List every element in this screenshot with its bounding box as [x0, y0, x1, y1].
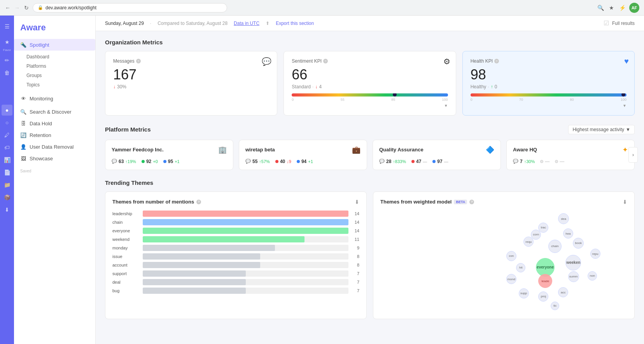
user-avatar-browser[interactable]: AF [629, 3, 639, 13]
rail-fav-icon[interactable]: ★ [2, 37, 12, 47]
bar-track [143, 245, 348, 251]
sentiment-chevron[interactable]: ▼ [444, 104, 448, 108]
sidebar-search-label: Search & Discover [30, 109, 72, 115]
rail-pen-icon[interactable]: 🖊 [2, 130, 12, 140]
bar-fill [143, 262, 260, 268]
bar-fill [143, 270, 246, 277]
sentiment-card-title: Sentiment KPI ? [292, 58, 448, 64]
sort-label: Highest message activity [572, 127, 624, 132]
bar-label: monday [112, 246, 140, 250]
refresh-button[interactable]: ↻ [23, 5, 30, 11]
bar-count: 7 [352, 288, 359, 293]
bar-count: 11 [352, 237, 359, 242]
bar-track [143, 228, 348, 234]
data-hold-icon: 🗄 [20, 120, 26, 126]
sentiment-settings-icon[interactable]: ⚙ [443, 57, 450, 66]
sentiment-card: Sentiment KPI ? ⚙ 66 Standard · ↓ 4 [284, 51, 456, 116]
sidebar-datahold-label: Data Hold [30, 121, 52, 126]
aware-hq-health-stat: — [555, 159, 564, 164]
bar-row-account: account 8 [112, 262, 359, 268]
sidebar-item-spotlight[interactable]: 🔦 Spotlight [14, 39, 95, 51]
export-button[interactable]: Export this section [276, 21, 314, 26]
health-chevron[interactable]: ▼ [623, 104, 626, 108]
bubble-hea: hea [563, 228, 573, 239]
main-content: Sunday, August 29 · Compared to Saturday… [96, 16, 644, 344]
platform-card-header-qa: Quality Assurance 🔷 [379, 146, 494, 154]
sentiment-info-icon[interactable]: ? [323, 59, 328, 63]
bubble-weeken: weeken [565, 255, 581, 270]
sidebar-item-retention[interactable]: 🔄 Retention [14, 129, 95, 141]
health-sub: Healthy · ↑ 0 [471, 84, 626, 90]
bar-label: leadership [112, 211, 140, 216]
rail-circle-icon[interactable]: ○ [2, 117, 12, 128]
top-bar-right: ☑ Full results [604, 19, 635, 27]
extensions-icon[interactable]: ⚡ [618, 4, 626, 12]
rail-folder-icon[interactable]: 📁 [2, 179, 12, 190]
sidebar-retention-label: Retention [30, 132, 51, 138]
spotlight-icon: 🔦 [20, 42, 26, 48]
data-utc-link[interactable]: Data in UTC [234, 21, 259, 26]
mentions-download-icon[interactable]: ⬇ [355, 199, 359, 205]
messages-change: ↓ 30% [113, 84, 269, 90]
bar-count: 7 [352, 271, 359, 276]
sort-dropdown[interactable]: Highest message activity ▼ [568, 125, 635, 134]
rail-trash-icon[interactable]: 🗑 [2, 67, 12, 78]
platform-scroll-right[interactable]: › [628, 147, 638, 163]
health-value: 98 [471, 67, 626, 82]
weighted-info-icon[interactable]: ? [469, 200, 474, 204]
bar-count: 14 [352, 220, 359, 225]
rail-menu-icon[interactable]: ☰ [2, 21, 12, 32]
bar-track [143, 253, 348, 260]
platform-card-header-yammer: Yammer Feedcop Inc. 🏢 [112, 146, 227, 154]
rail-chart-icon[interactable]: 📊 [2, 154, 12, 165]
bubble-chart: deatrachearequchainbookconhiteveryonewee… [380, 211, 627, 312]
yammer-health-dot [163, 160, 166, 163]
platform-card-header-aware-hq: Aware HQ ✦ [513, 146, 628, 154]
org-metrics-title: Organization Metrics [105, 39, 635, 46]
rail-edit-icon[interactable]: ✏ [2, 55, 12, 66]
search-browser-icon[interactable]: 🔍 [597, 4, 604, 12]
url-bar[interactable]: 🔒 dev.aware.work/spotlight [33, 3, 227, 12]
sidebar-item-user-data-removal[interactable]: 👤 User Data Removal [14, 141, 95, 153]
weighted-download-icon[interactable]: ⬇ [623, 199, 627, 205]
health-info-icon[interactable]: ? [494, 59, 499, 63]
messages-info-icon[interactable]: ? [136, 59, 141, 63]
bar-label: support [112, 271, 140, 276]
bubble-acc: acc [558, 287, 568, 297]
bar-track [143, 262, 348, 268]
sidebar-item-showcase[interactable]: 🖼 Showcase [14, 153, 95, 164]
sidebar-subitem-platforms[interactable]: Platforms [20, 61, 95, 71]
themes-row: Themes from number of mentions ? ⬇ leade… [105, 191, 635, 319]
full-results-button[interactable]: Full results [612, 21, 635, 26]
sidebar-subitem-topics[interactable]: Topics [20, 80, 95, 90]
bubble-hit: hit [516, 263, 525, 272]
bubble-con: con [506, 251, 516, 261]
search-discover-icon: 🔍 [20, 109, 26, 115]
rail-tag-icon[interactable]: 🏷 [2, 142, 12, 153]
url-text: dev.aware.work/spotlight [46, 5, 96, 11]
rail-box-icon[interactable]: 📦 [2, 192, 12, 203]
user-removal-icon: 👤 [20, 144, 26, 150]
bubble-proj: proj [538, 291, 548, 302]
health-scale: 0 70 80 100 [471, 98, 626, 102]
rail-active-icon[interactable]: ● [2, 105, 12, 116]
sidebar-item-monitoring[interactable]: 👁 Monitoring [14, 93, 95, 104]
rail-download-icon[interactable]: ⬇ [2, 204, 12, 215]
sidebar-subitem-groups[interactable]: Groups [20, 71, 95, 80]
wiretap-stats: 💬 55 ↑57% 40 ↓9 94 [245, 159, 360, 164]
rail-doc-icon[interactable]: 📄 [2, 167, 12, 178]
sentiment-scale: 0 55 85 100 [292, 98, 448, 102]
sidebar-item-search-discover[interactable]: 🔍 Search & Discover [14, 106, 95, 118]
mentions-info-icon[interactable]: ? [196, 200, 201, 204]
sidebar-subitem-dashboard[interactable]: Dashboard [20, 52, 95, 61]
app-wrapper: ☰ ★ Favor ✏ 🗑 ● ○ 🖊 🏷 📊 📄 📁 📦 ⬇ Save Awa… [0, 16, 644, 344]
back-button[interactable]: ← [5, 5, 11, 11]
forward-button[interactable]: → [14, 5, 20, 11]
wiretap-sentiment-stat: 40 ↓9 [275, 159, 291, 164]
messages-value: 167 [113, 67, 269, 82]
messages-arrow: ↓ [113, 84, 116, 90]
bar-fill [143, 245, 275, 251]
sidebar-item-data-hold[interactable]: 🗄 Data Hold [14, 118, 95, 129]
star-icon[interactable]: ★ [607, 4, 615, 12]
messages-pct: 30% [117, 84, 126, 90]
